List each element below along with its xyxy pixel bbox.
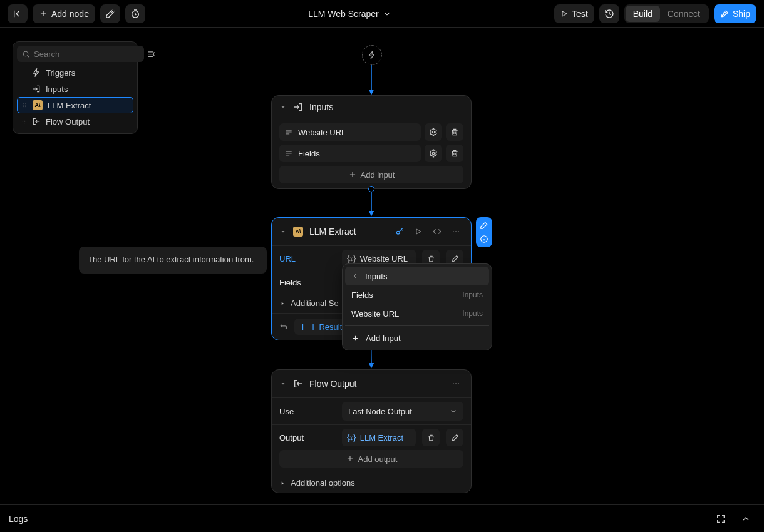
play-icon (415, 228, 422, 235)
trigger-hub[interactable] (362, 45, 382, 65)
history-button[interactable] (599, 4, 619, 23)
svg-point-24 (23, 123, 23, 123)
input-settings-button[interactable] (425, 123, 442, 141)
input-chip[interactable]: Fields (279, 145, 421, 162)
svg-point-14 (458, 383, 459, 384)
drag-handle-icon[interactable] (21, 101, 28, 110)
add-output-button[interactable]: Add output (279, 450, 463, 468)
search-input[interactable] (34, 49, 139, 59)
output-icon (32, 117, 41, 126)
chevron-down-icon (383, 9, 391, 18)
tree-item-flow-output[interactable]: Flow Output (17, 113, 133, 130)
svg-point-23 (23, 121, 23, 121)
more-button[interactable] (448, 224, 463, 239)
panel-collapse-button[interactable] (147, 46, 156, 62)
collapse-toggle[interactable] (279, 228, 287, 235)
add-node-button[interactable]: Add node (33, 4, 95, 23)
collapse-toggle[interactable] (279, 103, 287, 111)
dropdown-item-fields[interactable]: Fields Inputs (345, 285, 489, 304)
search-box[interactable] (17, 46, 144, 62)
text-icon (284, 128, 293, 136)
more-button[interactable] (448, 376, 463, 391)
prop-output: Output {𝑥} LLM Extract (272, 424, 471, 450)
bolt-icon (32, 68, 41, 77)
run-node-button[interactable] (411, 224, 426, 239)
text-icon (284, 149, 293, 158)
input-chip[interactable]: Website URL (279, 123, 421, 141)
plus-icon (39, 9, 48, 18)
ship-button[interactable]: Ship (714, 4, 756, 23)
info-button[interactable] (478, 233, 490, 245)
logs-bar: Logs (0, 504, 764, 532)
additional-options-toggle[interactable]: Additional options (272, 473, 471, 493)
tree-item-llm-extract[interactable]: A\ LLM Extract (17, 97, 133, 113)
input-delete-button[interactable] (446, 145, 463, 162)
play-icon (560, 10, 568, 18)
caret-right-icon (279, 300, 286, 307)
svg-point-19 (25, 103, 26, 104)
svg-point-8 (453, 231, 454, 232)
output-clear-button[interactable] (422, 429, 440, 446)
code-icon (433, 227, 441, 236)
trash-icon (450, 149, 459, 158)
output-edit-button[interactable] (446, 429, 463, 446)
plus-icon (348, 170, 357, 179)
tooltip: The URL for the AI to extract informatio… (79, 247, 267, 274)
chevron-up-icon (741, 514, 751, 524)
chevron-down-icon (450, 407, 457, 415)
magic-button[interactable] (100, 4, 120, 23)
node-output-title: Flow Output (309, 379, 442, 389)
code-button[interactable] (430, 224, 445, 239)
node-llm-title: LLM Extract (309, 227, 386, 237)
menu-toggle-button[interactable] (8, 4, 28, 23)
add-input-button[interactable]: Add input (279, 166, 463, 183)
dropdown-back[interactable]: Inputs (345, 267, 489, 285)
trash-icon (427, 255, 435, 263)
plus-icon (351, 334, 359, 342)
tree-item-triggers[interactable]: Triggers (17, 64, 133, 81)
anthropic-icon: A\ (293, 227, 303, 237)
anthropic-icon: A\ (33, 100, 43, 110)
seg-connect[interactable]: Connect (660, 6, 708, 22)
fix-magic-button[interactable] (478, 219, 490, 232)
svg-point-7 (396, 231, 400, 234)
seg-build[interactable]: Build (626, 6, 660, 22)
fields-label[interactable]: Fields (279, 278, 336, 287)
input-settings-button[interactable] (425, 145, 442, 162)
chevron-left-icon (351, 272, 359, 280)
pencil-icon (451, 434, 459, 442)
svg-point-27 (24, 123, 25, 123)
logs-fullscreen-button[interactable] (711, 509, 730, 528)
output-port[interactable] (368, 186, 374, 192)
rocket-icon (720, 9, 729, 18)
input-row-website-url: Website URL (279, 123, 463, 141)
logs-expand-button[interactable] (736, 509, 755, 528)
url-label[interactable]: URL (279, 254, 336, 263)
prop-use: Use Last Node Output (272, 398, 471, 424)
input-icon (32, 84, 41, 93)
test-button[interactable]: Test (554, 4, 594, 23)
tree-item-inputs[interactable]: Inputs (17, 81, 133, 97)
key-button[interactable] (392, 224, 407, 239)
dots-icon (452, 379, 460, 388)
timer-button[interactable] (125, 4, 145, 23)
svg-point-20 (25, 105, 26, 105)
dropdown-add-input[interactable]: Add Input (345, 329, 489, 347)
dropdown-item-website-url[interactable]: Website URL Inputs (345, 304, 489, 323)
drag-handle-icon[interactable] (21, 117, 27, 126)
node-inputs-header[interactable]: Inputs (272, 96, 471, 118)
svg-point-6 (432, 152, 435, 155)
project-title[interactable]: LLM Web Scraper (150, 9, 549, 19)
node-output-header[interactable]: Flow Output (272, 370, 471, 398)
output-value-pill[interactable]: {𝑥} LLM Extract (342, 429, 416, 446)
node-side-tools (476, 217, 492, 247)
plus-icon (346, 454, 354, 463)
node-llm-header[interactable]: A\ LLM Extract (272, 218, 471, 246)
svg-point-26 (24, 121, 25, 121)
collapse-toggle[interactable] (279, 380, 287, 387)
history-icon (604, 9, 614, 19)
logs-title[interactable]: Logs (9, 514, 705, 524)
use-label: Use (279, 407, 336, 416)
use-select[interactable]: Last Node Output (342, 402, 463, 421)
input-delete-button[interactable] (446, 123, 463, 141)
